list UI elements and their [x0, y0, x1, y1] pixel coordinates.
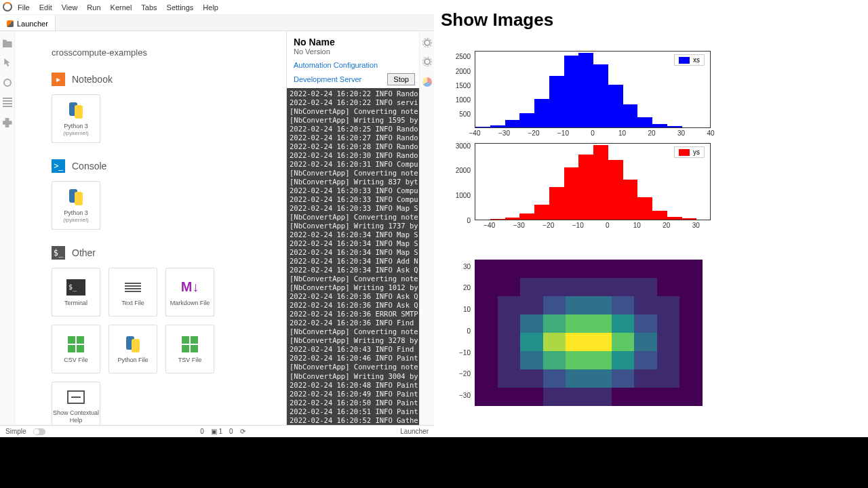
- tile-python-file[interactable]: Python File: [108, 325, 157, 373]
- python-icon: [68, 102, 84, 119]
- menu-help[interactable]: Help: [203, 3, 218, 12]
- status-count: 0: [200, 428, 204, 435]
- other-section-icon: $_: [52, 246, 65, 260]
- gear-icon[interactable]: [424, 39, 431, 46]
- menu-run[interactable]: Run: [87, 3, 100, 12]
- tab-launcher[interactable]: Launcher: [0, 15, 56, 30]
- tsv-icon: [182, 336, 198, 352]
- tile-python3-console[interactable]: Python 3 (ipykernel): [52, 181, 100, 230]
- menu-kernel[interactable]: Kernel: [111, 3, 132, 12]
- tile-csv-file[interactable]: CSV File: [52, 325, 100, 373]
- log-output[interactable]: 2022-02-24 16:20:22 INFO Rando 2022-02-2…: [287, 88, 419, 425]
- stop-button[interactable]: Stop: [387, 73, 415, 85]
- menubar: File Edit View Run Kernel Tabs Settings …: [0, 0, 434, 15]
- automation-version: No Version: [294, 47, 412, 56]
- jupyter-logo-icon: [3, 2, 14, 13]
- link-automation-config[interactable]: Automation Configuration: [287, 58, 419, 72]
- extensions-icon[interactable]: [3, 118, 12, 127]
- breadcrumb: crosscompute-examples: [52, 47, 270, 58]
- python-icon: [68, 189, 84, 205]
- markdown-icon: M↓: [181, 279, 199, 295]
- cursor-icon[interactable]: [3, 58, 12, 68]
- automation-name: No Name: [294, 37, 412, 47]
- python-icon: [125, 336, 141, 352]
- menu-view[interactable]: View: [62, 3, 78, 12]
- preview-pane: Show Images 5001000150020002500xs−40−30−…: [434, 0, 868, 437]
- folder-icon[interactable]: [3, 38, 12, 47]
- section-title-console: Console: [72, 161, 106, 171]
- terminal-icon: $_: [66, 279, 85, 296]
- status-simple: Simple: [5, 428, 26, 435]
- status-kernels: 0: [229, 428, 233, 435]
- histogram-xs: 5001000150020002500xs−40−30−20−100102030…: [439, 49, 713, 140]
- gear-icon-2[interactable]: [424, 58, 431, 65]
- status-sync-icon: ⟳: [240, 428, 245, 435]
- menu-edit[interactable]: Edit: [39, 3, 52, 12]
- tile-terminal[interactable]: $_ Terminal: [52, 268, 100, 317]
- activity-bar: [0, 31, 15, 425]
- notebook-section-icon: ▸: [52, 73, 65, 86]
- page-title: Show Images: [441, 9, 868, 30]
- help-icon: [67, 390, 85, 404]
- section-title-notebook: Notebook: [72, 74, 113, 85]
- menu-settings[interactable]: Settings: [167, 3, 194, 12]
- console-section-icon: >_: [52, 159, 65, 173]
- heatmap-figure: 3020100−10−20−30: [439, 260, 868, 406]
- crosscompute-icon[interactable]: [422, 77, 432, 87]
- link-dev-server[interactable]: Development Server: [294, 75, 361, 83]
- simple-toggle[interactable]: [33, 428, 45, 435]
- status-right: Launcher: [400, 428, 429, 435]
- running-icon[interactable]: [3, 79, 12, 87]
- tile-markdown-file[interactable]: M↓ Markdown File: [165, 268, 214, 317]
- csv-icon: [68, 336, 84, 352]
- tile-text-file[interactable]: Text File: [108, 268, 157, 317]
- tab-label: Launcher: [17, 20, 48, 28]
- histogram-stack: 5001000150020002500xs−40−30−20−100102030…: [439, 49, 868, 232]
- histogram-ys: 0100020003000ys−40−30−20−100102030: [439, 142, 713, 232]
- tile-tsv-file[interactable]: TSV File: [165, 325, 214, 373]
- status-terminals: ▣ 1: [211, 428, 222, 435]
- section-title-other: Other: [72, 247, 96, 258]
- launcher-icon: [7, 20, 14, 27]
- toc-icon[interactable]: [3, 98, 12, 107]
- tile-python3-notebook[interactable]: Python 3 (ipykernel): [52, 94, 100, 143]
- menu-tabs[interactable]: Tabs: [141, 3, 157, 12]
- right-rail: [419, 31, 434, 425]
- textfile-icon: [125, 283, 141, 292]
- tab-bar: Launcher: [0, 15, 434, 31]
- status-bar: Simple 0 ▣ 1 0 ⟳ Launcher: [0, 425, 434, 437]
- automation-panel: No Name No Version Automation Configurat…: [286, 31, 419, 425]
- tile-contextual-help[interactable]: Show Contextual Help: [52, 382, 100, 425]
- menu-file[interactable]: File: [18, 3, 30, 12]
- launcher-panel: crosscompute-examples ▸ Notebook Python …: [15, 31, 286, 425]
